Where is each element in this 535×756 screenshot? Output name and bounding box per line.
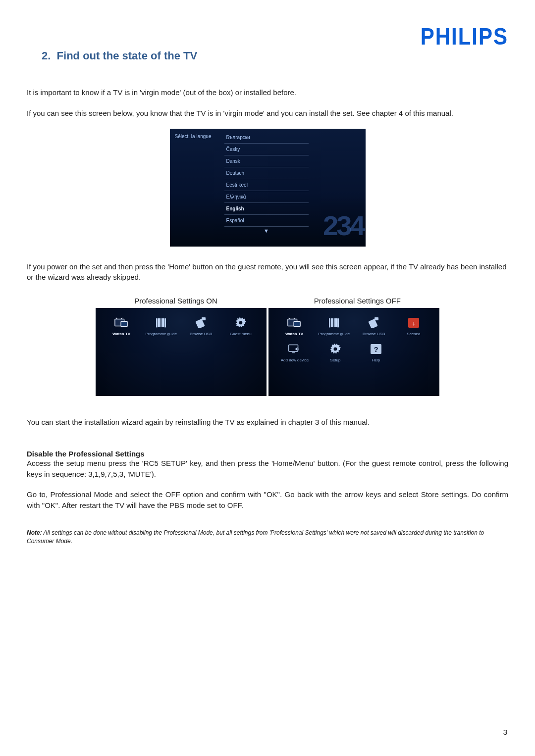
usb-icon [367, 317, 381, 329]
language-panel-label: Sélect. la langue [170, 129, 224, 247]
paragraph-3: If you power on the set and then press t… [27, 261, 508, 283]
menu-item-programme-guide: Programme guide [141, 317, 181, 336]
svg-rect-5 [294, 321, 300, 326]
screenshot-right-pane: 234 [309, 129, 366, 247]
language-item: Česky [224, 144, 309, 155]
usb-icon [194, 317, 208, 329]
language-item: Ελληνικά [224, 191, 309, 203]
menu-item-label: Programme guide [141, 332, 181, 336]
menu-item-watch-tv: Watch TV [102, 317, 141, 336]
page-number: 3 [503, 728, 507, 736]
menu-item-help: ?Help [356, 343, 396, 362]
guide-icon [154, 317, 168, 329]
language-item: Български [224, 132, 309, 144]
section-title-text: Find out the state of the TV [57, 50, 198, 62]
screenshot-virgin-mode: Sélect. la langue БългарскиČeskyDanskDeu… [170, 129, 366, 247]
chevron-down-icon: ▼ [224, 228, 309, 234]
home-menu-screenshots: Watch TVProgramme guideBrowse USBGuest m… [96, 308, 439, 396]
menu-item-label: Guest menu [221, 332, 261, 336]
menu-item-label: Browse USB [181, 332, 221, 336]
menu-item-label: Watch TV [102, 332, 141, 336]
menu-row: Add new deviceSetup?Help [274, 343, 433, 362]
add-icon [288, 343, 302, 355]
language-item: Español [224, 215, 309, 227]
screenshot-labels-row: Professional Settings ON Professional Se… [27, 297, 508, 305]
note-text: All settings can be done without disabli… [27, 529, 484, 545]
disable-p2: Go to, Professional Mode and select the … [27, 489, 508, 511]
menu-item-label: Add new device [274, 358, 315, 362]
gear-icon [234, 317, 248, 329]
guide-icon [327, 317, 341, 329]
menu-item-browse-usb: Browse USB [354, 317, 394, 336]
note-paragraph: Note: All settings can be done without d… [27, 529, 508, 546]
tv-icon [287, 317, 301, 329]
language-item: Dansk [224, 155, 309, 167]
menu-item-setup: Setup [315, 343, 356, 362]
menu-item-label: Programme guide [314, 332, 354, 336]
menu-item-browse-usb: Browse USB [181, 317, 221, 336]
svg-rect-1 [121, 321, 127, 326]
menu-item-scenea: ↓Scenea [394, 317, 433, 336]
language-list: БългарскиČeskyDanskDeutschEesti keelΕλλη… [224, 129, 309, 247]
paragraph-2: If you can see this screen below, you kn… [27, 108, 508, 119]
menu-item-label: Setup [315, 358, 356, 362]
language-item: Eesti keel [224, 179, 309, 191]
screenshot-pro-on: Watch TVProgramme guideBrowse USBGuest m… [96, 308, 267, 396]
svg-rect-2 [202, 317, 206, 320]
menu-item-label: Help [356, 358, 396, 362]
menu-row: Watch TVProgramme guideBrowse USB↓Scenea [274, 317, 433, 336]
language-item: English [224, 203, 309, 215]
gear-icon [328, 343, 342, 355]
channel-preview-digits: 234 [323, 209, 363, 242]
menu-item-watch-tv: Watch TV [274, 317, 314, 336]
menu-item-label: Scenea [394, 332, 433, 336]
disable-heading: Disable the Professional Settings [27, 450, 508, 458]
section-heading: 2. Find out the state of the TV [27, 50, 508, 62]
menu-item-label: Browse USB [354, 332, 394, 336]
help-icon: ? [369, 343, 383, 355]
section-number: 2. [42, 50, 51, 62]
menu-item-programme-guide: Programme guide [314, 317, 354, 336]
scenea-icon: ↓ [407, 317, 421, 329]
menu-item-label: Watch TV [274, 332, 314, 336]
menu-row: Watch TVProgramme guideBrowse USBGuest m… [102, 317, 261, 336]
menu-item-guest-menu: Guest menu [221, 317, 261, 336]
screenshot-pro-off: Watch TVProgramme guideBrowse USB↓Scenea… [268, 308, 439, 396]
disable-p1: Access the setup menu press the 'RC5 SET… [27, 458, 508, 480]
philips-logo: PHILIPS [421, 23, 508, 50]
label-pro-off: Professional Settings OFF [314, 297, 401, 305]
note-label: Note: [27, 529, 42, 536]
paragraph-4: You can start the installation wizard ag… [27, 417, 508, 428]
paragraph-1: It is important to know if a TV is in 'v… [27, 87, 508, 98]
svg-rect-6 [374, 317, 378, 320]
language-item: Deutsch [224, 167, 309, 179]
tv-icon [114, 317, 128, 329]
label-pro-on: Professional Settings ON [134, 297, 217, 305]
menu-item-add-new-device: Add new device [274, 343, 315, 362]
